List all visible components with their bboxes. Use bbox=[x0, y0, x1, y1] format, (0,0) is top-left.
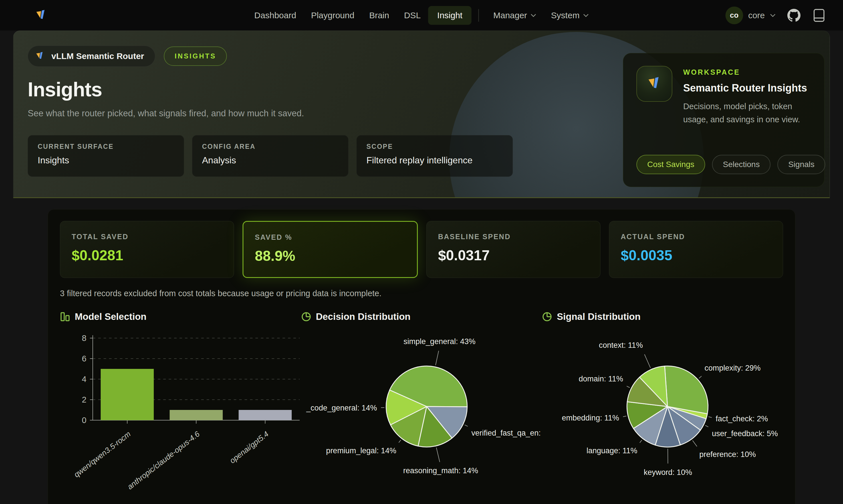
metric-value: $0.0317 bbox=[438, 247, 589, 264]
insights-badge: INSIGHTS bbox=[164, 47, 227, 66]
model-selection-bar-chart: 02468qwen/qwen3.5-rocmanthropic/claude-o… bbox=[60, 326, 301, 497]
svg-text:8: 8 bbox=[82, 334, 86, 343]
charts-row: Model Selection 02468qwen/qwen3.5-rocman… bbox=[60, 311, 783, 497]
model-selection-chart: Model Selection 02468qwen/qwen3.5-rocman… bbox=[60, 311, 301, 497]
metric-value: $0.0035 bbox=[621, 247, 771, 264]
nav-item-dsl[interactable]: DSL bbox=[397, 6, 428, 25]
tag-signals[interactable]: Signals bbox=[777, 155, 825, 174]
svg-text:user_feedback: 5%: user_feedback: 5% bbox=[712, 429, 778, 438]
pie-chart-icon bbox=[542, 311, 552, 322]
insights-panel: TOTAL SAVED $0.0281 SAVED % 88.9% BASELI… bbox=[48, 209, 795, 504]
vllm-logo-icon bbox=[34, 51, 46, 62]
metric-card-saved-percent[interactable]: SAVED % 88.9% bbox=[243, 221, 418, 278]
filtered-records-note: 3 filtered records excluded from cost to… bbox=[60, 289, 783, 298]
svg-text:6: 6 bbox=[82, 354, 86, 363]
chart-title: Decision Distribution bbox=[316, 311, 411, 322]
nav-dropdown-manager-label: Manager bbox=[493, 11, 527, 20]
metric-label: TOTAL SAVED bbox=[72, 233, 222, 241]
workspace-eyebrow: WORKSPACE bbox=[683, 68, 809, 76]
nav-dropdown-system[interactable]: System bbox=[544, 6, 596, 25]
chevron-down-icon bbox=[770, 14, 776, 17]
github-icon[interactable] bbox=[787, 8, 801, 22]
metric-card-total-saved[interactable]: TOTAL SAVED $0.0281 bbox=[60, 221, 234, 278]
account-name: core bbox=[748, 11, 765, 20]
stat-card-current-surface: CURRENT SURFACE Insights bbox=[28, 135, 184, 177]
nav-right-group: co core bbox=[725, 6, 826, 24]
svg-text:2: 2 bbox=[82, 395, 86, 404]
svg-text:0: 0 bbox=[82, 416, 86, 425]
nav-item-playground[interactable]: Playground bbox=[304, 6, 362, 25]
chevron-down-icon bbox=[531, 14, 536, 17]
nav-links: Dashboard Playground Brain DSL Insight M… bbox=[247, 0, 596, 31]
signal-distribution-chart: Signal Distribution complexity: 29%fact_… bbox=[542, 311, 783, 497]
metric-label: ACTUAL SPEND bbox=[621, 233, 771, 241]
svg-text:keyword: 10%: keyword: 10% bbox=[644, 468, 692, 476]
svg-text:anthropic/claude-opus-4.6: anthropic/claude-opus-4.6 bbox=[126, 429, 202, 491]
nav-item-brain[interactable]: Brain bbox=[362, 6, 397, 25]
avatar: co bbox=[725, 6, 743, 24]
stat-value: Filtered replay intelligence bbox=[366, 155, 503, 166]
bar-chart-icon bbox=[60, 311, 70, 322]
svg-text:openai/gpt5.4: openai/gpt5.4 bbox=[228, 430, 270, 465]
nav-item-insight[interactable]: Insight bbox=[428, 6, 471, 25]
stat-value: Analysis bbox=[202, 155, 339, 166]
stat-label: SCOPE bbox=[366, 143, 503, 150]
nav-item-dashboard[interactable]: Dashboard bbox=[247, 6, 304, 25]
svg-text:language: 11%: language: 11% bbox=[587, 446, 638, 455]
nav-dropdown-manager[interactable]: Manager bbox=[486, 6, 543, 25]
workspace-card: WORKSPACE Semantic Router Insights Decis… bbox=[623, 53, 824, 187]
top-nav-bar: Dashboard Playground Brain DSL Insight M… bbox=[0, 0, 843, 31]
stat-value: Insights bbox=[38, 155, 174, 166]
svg-text:embedding: 11%: embedding: 11% bbox=[562, 414, 619, 422]
svg-text:premium_legal: 14%: premium_legal: 14% bbox=[326, 446, 396, 455]
stat-label: CONFIG AREA bbox=[202, 143, 339, 150]
workspace-description: Decisions, model picks, token usage, and… bbox=[683, 100, 809, 126]
tag-selections[interactable]: Selections bbox=[712, 155, 771, 174]
workspace-tags: Cost Savings Selections Signals bbox=[636, 155, 811, 174]
svg-text:simple_general: 43%: simple_general: 43% bbox=[403, 337, 476, 346]
metric-value: 88.9% bbox=[255, 248, 406, 264]
stat-card-scope: SCOPE Filtered replay intelligence bbox=[357, 135, 513, 177]
nav-divider bbox=[478, 9, 479, 22]
svg-text:qwen/qwen3.5-rocm: qwen/qwen3.5-rocm bbox=[72, 430, 132, 479]
svg-text:4: 4 bbox=[82, 375, 86, 384]
account-menu[interactable]: co core bbox=[725, 6, 776, 24]
svg-text:preference: 10%: preference: 10% bbox=[700, 450, 756, 459]
stat-card-config-area: CONFIG AREA Analysis bbox=[192, 135, 348, 177]
svg-text:fact_check: 2%: fact_check: 2% bbox=[716, 414, 768, 423]
brand-badge-label: vLLM Semantic Router bbox=[51, 51, 144, 61]
metric-card-actual-spend[interactable]: ACTUAL SPEND $0.0035 bbox=[609, 221, 783, 278]
svg-text:context: 11%: context: 11% bbox=[599, 341, 643, 349]
pie-chart-icon bbox=[301, 311, 311, 322]
svg-text:reasoning_math: 14%: reasoning_math: 14% bbox=[403, 466, 478, 475]
stat-label: CURRENT SURFACE bbox=[38, 143, 174, 150]
chart-title: Signal Distribution bbox=[557, 311, 640, 322]
chevron-down-icon bbox=[583, 14, 589, 17]
metric-label: BASELINE SPEND bbox=[438, 233, 589, 241]
docs-book-icon[interactable] bbox=[812, 8, 826, 22]
svg-text:_code_general: 14%: _code_general: 14% bbox=[306, 404, 377, 412]
vllm-logo-icon[interactable] bbox=[34, 8, 49, 23]
tag-cost-savings[interactable]: Cost Savings bbox=[636, 155, 705, 174]
brand-badge[interactable]: vLLM Semantic Router bbox=[28, 46, 155, 67]
decision-distribution-pie: simple_general: 43%verified_fast_qa_en: … bbox=[301, 326, 542, 497]
decision-distribution-chart: Decision Distribution simple_general: 43… bbox=[301, 311, 542, 497]
metric-cards: TOTAL SAVED $0.0281 SAVED % 88.9% BASELI… bbox=[60, 221, 783, 278]
signal-distribution-pie: complexity: 29%fact_check: 2%user_feedba… bbox=[542, 326, 783, 497]
svg-text:complexity: 29%: complexity: 29% bbox=[705, 364, 761, 372]
workspace-title: Semantic Router Insights bbox=[683, 82, 809, 94]
chart-title: Model Selection bbox=[75, 311, 147, 322]
nav-dropdown-system-label: System bbox=[551, 11, 580, 20]
metric-card-baseline-spend[interactable]: BASELINE SPEND $0.0317 bbox=[426, 221, 600, 278]
svg-text:domain: 11%: domain: 11% bbox=[579, 375, 623, 383]
workspace-logo-tile bbox=[636, 66, 672, 102]
metric-value: $0.0281 bbox=[72, 247, 222, 264]
svg-text:verified_fast_qa_en: 14: verified_fast_qa_en: 14 bbox=[471, 429, 542, 437]
vllm-logo-icon bbox=[645, 75, 664, 93]
hero-section: vLLM Semantic Router INSIGHTS Insights S… bbox=[13, 31, 830, 198]
metric-label: SAVED % bbox=[255, 233, 406, 241]
